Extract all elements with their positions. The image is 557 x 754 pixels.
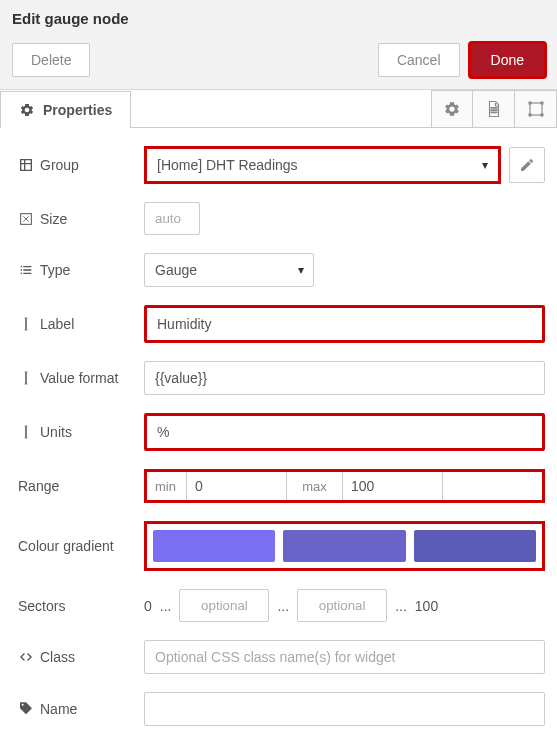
header-bar: Edit gauge node Delete Cancel Done (0, 0, 557, 90)
label-input[interactable] (144, 305, 545, 343)
colour-swatch-3[interactable] (414, 530, 536, 562)
size-label: Size (40, 211, 67, 227)
units-input[interactable] (144, 413, 545, 451)
row-value-format: Value format (18, 361, 545, 395)
row-class: Class (18, 640, 545, 674)
sectors-end: 100 (415, 598, 438, 614)
sectors-optional-2[interactable] (297, 589, 387, 622)
group-select[interactable]: [Home] DHT Readings (147, 149, 498, 181)
sectors-dots-3: ... (395, 598, 407, 614)
icon-tabs (431, 90, 557, 127)
text-cursor-icon (18, 424, 34, 440)
value-format-input[interactable] (144, 361, 545, 395)
group-label: Group (40, 157, 79, 173)
row-name: Name (18, 692, 545, 726)
colour-swatch-2[interactable] (283, 530, 405, 562)
class-label: Class (40, 649, 75, 665)
dialog-title: Edit gauge node (12, 10, 545, 27)
properties-form: Group [Home] DHT Readings Size auto Type (0, 128, 557, 754)
sectors-label: Sectors (18, 598, 65, 614)
svg-rect-1 (528, 102, 531, 105)
tab-docs-icon[interactable] (473, 90, 515, 127)
row-size: Size auto (18, 202, 545, 235)
type-select[interactable]: Gauge (144, 253, 314, 287)
grid-icon (18, 157, 34, 173)
range-group: min max (144, 469, 545, 503)
class-input[interactable] (144, 640, 545, 674)
text-cursor-icon (18, 370, 34, 386)
text-cursor-icon (18, 316, 34, 332)
range-max-label: max (302, 479, 327, 494)
row-units: Units (18, 413, 545, 451)
gradient-group (144, 521, 545, 571)
sectors-dots-1: ... (160, 598, 172, 614)
layout-icon (527, 100, 545, 118)
resize-icon (18, 211, 34, 227)
code-icon (18, 649, 34, 665)
row-type: Type Gauge (18, 253, 545, 287)
colour-swatch-1[interactable] (153, 530, 275, 562)
tag-icon (18, 701, 34, 717)
label-label: Label (40, 316, 74, 332)
cancel-button[interactable]: Cancel (378, 43, 460, 77)
range-label: Range (18, 478, 59, 494)
svg-rect-4 (540, 114, 543, 117)
range-min-label: min (155, 479, 176, 494)
name-input[interactable] (144, 692, 545, 726)
tab-properties-label: Properties (43, 102, 112, 118)
sectors-start: 0 (144, 598, 152, 614)
range-min-input[interactable] (195, 478, 278, 494)
value-format-label: Value format (40, 370, 118, 386)
row-group: Group [Home] DHT Readings (18, 146, 545, 184)
pencil-icon (519, 157, 535, 173)
type-label: Type (40, 262, 70, 278)
done-button[interactable]: Done (470, 43, 545, 77)
row-label: Label (18, 305, 545, 343)
row-colour-gradient: Colour gradient (18, 521, 545, 571)
row-sectors: Sectors 0 ... ... ... 100 (18, 589, 545, 622)
list-icon (18, 262, 34, 278)
header-buttons: Delete Cancel Done (12, 43, 545, 77)
gear-icon (443, 100, 461, 118)
size-button[interactable]: auto (144, 202, 200, 235)
tab-settings-icon[interactable] (431, 90, 473, 127)
units-label: Units (40, 424, 72, 440)
tab-properties[interactable]: Properties (0, 91, 131, 128)
sectors-optional-1[interactable] (179, 589, 269, 622)
row-range: Range min max (18, 469, 545, 503)
range-max-input[interactable] (351, 478, 434, 494)
gear-icon (19, 102, 35, 118)
colour-gradient-label: Colour gradient (18, 538, 114, 554)
svg-rect-2 (540, 102, 543, 105)
tabs-row: Properties (0, 90, 557, 128)
svg-rect-3 (528, 114, 531, 117)
tab-layout-icon[interactable] (515, 90, 557, 127)
svg-rect-0 (530, 103, 542, 115)
edit-group-button[interactable] (509, 147, 545, 183)
delete-button[interactable]: Delete (12, 43, 90, 77)
name-label: Name (40, 701, 77, 717)
sectors-dots-2: ... (277, 598, 289, 614)
file-icon (485, 100, 503, 118)
